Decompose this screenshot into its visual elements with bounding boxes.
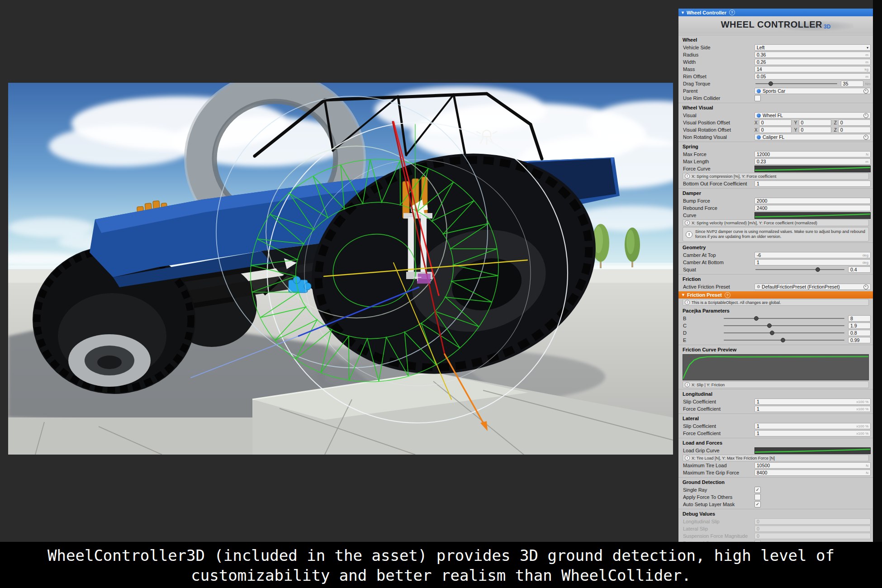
drag-torque-input[interactable]: 35	[841, 81, 863, 87]
caption: WheelController3D (included in the asset…	[0, 542, 882, 588]
friction-preset-header[interactable]: ▼Friction Preset?	[678, 291, 873, 299]
use-rim-collider-checkbox[interactable]	[754, 95, 761, 101]
auto-setup-layer-mask-checkbox[interactable]: ✓	[754, 501, 761, 507]
slider-knob[interactable]	[768, 81, 773, 86]
vehicle-side-dropdown[interactable]: Left▾	[754, 44, 871, 51]
field-value: 0	[761, 127, 764, 133]
field-label: Slip Coefficient	[683, 399, 754, 404]
rebound-force-input[interactable]: 2400	[754, 205, 871, 211]
e-input[interactable]: 0.99	[848, 337, 871, 343]
script-icon	[757, 114, 761, 118]
object-picker-icon[interactable]	[863, 285, 868, 289]
row-single-ray: Single Ray✓	[678, 486, 873, 493]
help-icon[interactable]: ?	[725, 292, 730, 298]
visual-rotation-offset-z-input[interactable]: 0	[838, 127, 871, 133]
object-picker-icon[interactable]	[863, 135, 868, 140]
non-rotating-visual-object-field[interactable]: Caliper FL	[754, 134, 871, 140]
b-input[interactable]: 8	[848, 315, 871, 322]
caption-line-2: customizability and better realism than …	[0, 565, 882, 585]
curve-curve-field[interactable]	[754, 212, 871, 219]
help-icon[interactable]: ?	[729, 9, 735, 15]
visual-rotation-offset-y-input[interactable]: 0	[799, 127, 831, 133]
chevron-down-icon: ▾	[867, 46, 868, 50]
load-grip-curve-curve-field[interactable]	[754, 447, 871, 454]
row-e: E0.99	[678, 337, 873, 344]
friction-preset-title: Friction Preset	[687, 292, 722, 298]
chevron-down-icon[interactable]: ▼	[681, 10, 685, 15]
field-value: 0	[761, 120, 764, 125]
chevron-down-icon[interactable]: ▼	[681, 293, 685, 297]
camber-at-top-input[interactable]: -6deg	[754, 252, 871, 258]
slider-knob[interactable]	[754, 316, 759, 321]
visual-rotation-offset-x-input[interactable]: 0	[759, 127, 792, 133]
parent-object-field[interactable]: Sports Car	[754, 88, 871, 94]
info-icon: !	[685, 220, 690, 225]
field-label: Mass	[683, 66, 754, 72]
drag-torque-slider[interactable]	[755, 83, 837, 84]
script-icon	[757, 135, 761, 139]
field-label: Camber At Bottom	[683, 260, 754, 265]
single-ray-checkbox[interactable]: ✓	[754, 487, 761, 493]
field-label: Non Rotating Visual	[683, 134, 754, 140]
maximum-tire-load-input[interactable]: 10500N	[754, 462, 871, 469]
force-curve-curve-field[interactable]	[754, 166, 871, 172]
squat-input[interactable]: 0.4	[848, 266, 871, 273]
apply-force-to-others-checkbox[interactable]	[754, 494, 761, 500]
d-input[interactable]: 0.8	[848, 330, 871, 336]
squat-slider[interactable]	[755, 269, 844, 270]
row-curve: Curve	[678, 212, 873, 219]
visual-position-offset-x-input[interactable]: 0	[759, 119, 792, 126]
slip-coefficient-input[interactable]: 1x100 %	[754, 423, 871, 429]
row-maximum-tire-grip-force: Maximum Tire Grip Force8400N	[678, 469, 873, 476]
field-value: 8	[850, 316, 853, 321]
visual-object-field[interactable]: Wheel FL	[754, 112, 871, 119]
scene-viewport[interactable]	[8, 83, 673, 455]
slider-knob[interactable]	[781, 338, 785, 342]
width-input[interactable]: 0.26m	[754, 59, 871, 65]
max-force-input[interactable]: 12000N	[754, 151, 871, 157]
inspector-panel: ▼ Wheel Controller ? WHEEL CONTROLLER 3D…	[678, 9, 873, 543]
selection-handle	[417, 274, 431, 284]
maximum-tire-grip-force-input[interactable]: 8400N	[754, 469, 871, 476]
mass-input[interactable]: 14kg	[754, 66, 871, 72]
c-slider[interactable]	[724, 325, 844, 326]
info-note-text: X: Tire Load [N], Y: Max Tire Friction F…	[692, 456, 775, 460]
field-label: Longitudinal Slip	[683, 519, 754, 524]
row-radius: Radius0.36m	[678, 51, 873, 58]
field-label: Single Ray	[683, 487, 754, 493]
slider-knob[interactable]	[767, 323, 772, 328]
visual-position-offset-z-input[interactable]: 0	[838, 119, 871, 126]
e-slider[interactable]	[724, 340, 844, 341]
active-friction-preset-object-field[interactable]: ⚙DefaultFrictionPreset (FrictionPreset)	[754, 284, 871, 290]
component-header[interactable]: ▼ Wheel Controller ?	[678, 9, 873, 16]
slider-knob[interactable]	[770, 331, 774, 335]
force-coefficient-input[interactable]: 1x100 %	[754, 430, 871, 436]
field-label: Squat	[683, 267, 754, 272]
row-bump-force: Bump Force2000	[678, 197, 873, 204]
camber-at-bottom-input[interactable]: 1deg	[754, 259, 871, 266]
d-slider[interactable]	[724, 332, 844, 333]
force-coefficient-input[interactable]: 1x100 %	[754, 406, 871, 412]
bump-force-input[interactable]: 2000	[754, 198, 871, 204]
row-load-grip-curve: Load Grip Curve	[678, 447, 873, 454]
unit-label: kg	[863, 67, 868, 71]
row-force-curve: Force Curve	[678, 165, 873, 172]
section-header-geometry: Geometry	[678, 242, 873, 251]
field-label: Auto Setup Layer Mask	[683, 502, 754, 507]
field-value: 0	[840, 120, 843, 125]
rim-offset-input[interactable]: 0.05m	[754, 73, 871, 80]
slip-coefficient-input[interactable]: 1x100 %	[754, 398, 871, 405]
object-picker-icon[interactable]	[863, 89, 868, 94]
field-label: Maximum Tire Load	[683, 463, 754, 468]
slider-knob[interactable]	[816, 267, 820, 272]
info-note: !X: Spring velocity (normalized) [m/s], …	[683, 219, 869, 226]
object-picker-icon[interactable]	[863, 113, 868, 118]
b-slider[interactable]	[724, 318, 844, 319]
visual-position-offset-y-input[interactable]: 0	[799, 119, 831, 126]
row-apply-force-to-others: Apply Force To Others	[678, 493, 873, 501]
bottom-out-force-coefficient-input[interactable]: 1	[754, 180, 871, 187]
row-active-friction-preset: Active Friction Preset⚙DefaultFrictionPr…	[678, 283, 873, 290]
radius-input[interactable]: 0.36m	[754, 52, 871, 58]
max-length-input[interactable]: 0.23m	[754, 158, 871, 165]
c-input[interactable]: 1.9	[848, 322, 871, 329]
